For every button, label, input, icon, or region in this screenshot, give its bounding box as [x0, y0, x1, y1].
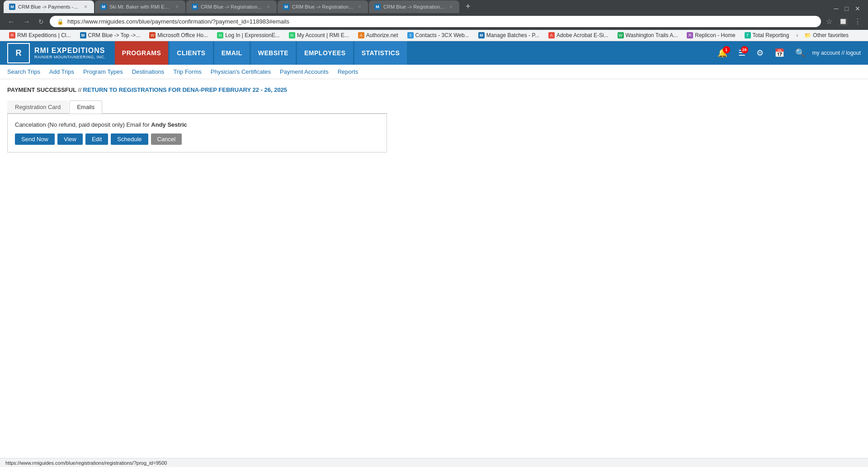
send-now-button[interactable]: Send Now [15, 133, 55, 145]
bookmark-adobe[interactable]: A Adobe Acrobat E-Si... [545, 31, 612, 39]
sub-nav-program-types[interactable]: Program Types [83, 68, 123, 75]
menu-button[interactable]: ⋮ [853, 16, 863, 27]
sub-nav-physicians[interactable]: Physician's Certificates [211, 68, 271, 75]
tab-favicon: M [374, 4, 381, 10]
sub-nav-destinations[interactable]: Destinations [132, 68, 165, 75]
tab-3[interactable]: M CRM Blue -> Registrations -> Ed... × [186, 0, 277, 13]
close-window-button[interactable]: ✕ [853, 4, 863, 13]
sub-nav-add-trips[interactable]: Add Trips [49, 68, 74, 75]
nav-email[interactable]: EMAIL [214, 41, 250, 65]
email-card: Cancelation (No refund, paid deposit onl… [7, 114, 387, 152]
bookmark-3cx[interactable]: 3 Contacts - 3CX Web... [404, 31, 473, 39]
tab-1[interactable]: M Ski Mt. Baker with RMI Expeditio... × [95, 0, 185, 13]
bookmark-favicon: 3 [407, 32, 414, 38]
tab-favicon: M [9, 4, 15, 10]
bookmark-rmi[interactable]: R RMI Expeditions | Cl... [5, 31, 75, 39]
tab-registration-card[interactable]: Registration Card [7, 100, 68, 113]
tab-close-button[interactable]: × [83, 3, 89, 10]
bookmark-favicon: W [149, 32, 156, 38]
view-button[interactable]: View [57, 133, 83, 145]
bookmark-other-favorites[interactable]: 📁 Other favorites [801, 31, 852, 39]
bookmark-favicon: A [358, 32, 364, 38]
app: R RMI EXPEDITIONS RAINIER MOUNTAINEERING… [0, 41, 868, 458]
bookmark-favicon: R [9, 32, 15, 38]
tab-close-button[interactable]: × [174, 3, 180, 10]
nav-programs[interactable]: PROGRAMS [115, 41, 168, 65]
logo-box: R [7, 43, 30, 63]
tab-title: CRM Blue -> Registrations -> Re... [292, 4, 354, 10]
sub-nav-payment-accounts[interactable]: Payment Accounts [280, 68, 329, 75]
bookmarks-more-arrow[interactable]: › [796, 32, 798, 38]
edit-button[interactable]: Edit [85, 133, 108, 145]
cancel-button[interactable]: Cancel [151, 133, 182, 145]
bookmark-favicon: W [618, 32, 624, 38]
bookmark-washington-trails[interactable]: W Washington Trails A... [614, 31, 682, 39]
minimize-window-button[interactable]: ─ [832, 4, 841, 13]
address-text: https://www.rmiguides.com/blue/payments/… [67, 18, 814, 25]
search-button[interactable]: 🔍 [792, 45, 809, 61]
bookmark-favicon: R [687, 32, 693, 38]
tab-nav: Registration Card Emails [7, 100, 387, 114]
sub-nav-search-trips[interactable]: Search Trips [7, 68, 40, 75]
calendar-button[interactable]: 📅 [771, 45, 788, 61]
logo-text: RMI EXPEDITIONS RAINIER MOUNTAINEERING, … [34, 46, 106, 60]
bookmark-favicon: A [548, 32, 555, 38]
settings-button[interactable]: ⚙ [753, 45, 767, 61]
content: PAYMENT SUCCESSFUL // RETURN TO REGISTRA… [0, 79, 868, 160]
nav-website[interactable]: WEBSITE [251, 41, 296, 65]
forward-button[interactable]: → [21, 17, 33, 27]
tab-5[interactable]: M CRM Blue -> Registrations -> Re... × [369, 0, 459, 13]
notifications-button[interactable]: 🔔 1 [714, 45, 731, 61]
maximize-window-button[interactable]: □ [843, 4, 851, 13]
browser-chrome: M CRM Blue -> Payments -> Confir... × M … [0, 0, 868, 41]
back-button[interactable]: ← [5, 17, 17, 27]
tab-close-button[interactable]: × [265, 3, 271, 10]
bookmark-expression[interactable]: N Log In | ExpressionE... [213, 31, 283, 39]
bookmark-office[interactable]: W Microsoft Office Ho... [146, 31, 212, 39]
status-bar: https://www.rmiguides.com/blue/registrat… [0, 458, 868, 458]
bookmark-myaccount[interactable]: N My Account | RMI E... [285, 31, 353, 39]
bookmark-label: Authorize.net [366, 32, 398, 38]
other-favorites-label: Other favorites [813, 32, 849, 38]
sub-nav-trip-forms[interactable]: Trip Forms [173, 68, 201, 75]
tab-favicon: M [100, 4, 107, 10]
bookmark-crm[interactable]: M CRM Blue -> Top ->... [76, 31, 144, 39]
address-bar-row: ← → ↻ 🔒 https://www.rmiguides.com/blue/p… [0, 13, 868, 30]
bookmark-label: My Account | RMI E... [297, 32, 349, 38]
bookmark-authorize[interactable]: A Authorize.net [354, 31, 402, 39]
tab-bar: M CRM Blue -> Payments -> Confir... × M … [0, 0, 868, 13]
tab-close-button[interactable]: × [448, 3, 454, 10]
bookmark-favicon: T [745, 32, 751, 38]
new-tab-button[interactable]: + [462, 0, 474, 13]
bookmark-label: Manage Batches - P... [486, 32, 539, 38]
tab-emails[interactable]: Emails [69, 100, 102, 114]
my-account-link[interactable]: my account // logout [812, 50, 861, 56]
tab-4[interactable]: M CRM Blue -> Registrations -> Re... × [278, 0, 368, 13]
bookmark-label: Washington Trails A... [626, 32, 678, 38]
nav-employees[interactable]: EMPLOYEES [297, 41, 353, 65]
notifications-badge: 1 [723, 46, 730, 53]
extensions-button[interactable]: 🔲 [837, 16, 849, 27]
active-tab[interactable]: M CRM Blue -> Payments -> Confir... × [4, 0, 94, 13]
sub-nav-reports[interactable]: Reports [338, 68, 359, 75]
bookmark-replicon[interactable]: R Replicon - Home [683, 31, 739, 39]
tasks-badge: 29 [741, 46, 748, 53]
return-to-registrations-link[interactable]: RETURN TO REGISTRATIONS FOR DENA-PREP FE… [83, 86, 287, 93]
address-bar[interactable]: 🔒 https://www.rmiguides.com/blue/payment… [50, 16, 821, 27]
bookmarks-button[interactable]: ☆ [825, 16, 834, 27]
tab-container: Registration Card Emails Cancelation (No… [7, 100, 387, 152]
nav-statistics[interactable]: STATISTICS [354, 41, 407, 65]
logo-main: RMI EXPEDITIONS [34, 46, 106, 55]
tab-title: CRM Blue -> Registrations -> Ed... [201, 4, 263, 10]
tab-close-button[interactable]: × [357, 3, 363, 10]
nav-clients[interactable]: CLIENTS [170, 41, 212, 65]
logo-area: R RMI EXPEDITIONS RAINIER MOUNTAINEERING… [7, 43, 106, 63]
schedule-button[interactable]: Schedule [111, 133, 148, 145]
tab-favicon: M [283, 4, 289, 10]
bookmark-batches[interactable]: M Manage Batches - P... [475, 31, 543, 39]
tasks-button[interactable]: ☰ 29 [735, 45, 749, 61]
email-actions: Send Now View Edit Schedule Cancel [15, 133, 379, 145]
bookmark-label: Microsoft Office Ho... [157, 32, 208, 38]
refresh-button[interactable]: ↻ [36, 17, 46, 26]
bookmark-total-reporting[interactable]: T Total Reporting [741, 31, 793, 39]
